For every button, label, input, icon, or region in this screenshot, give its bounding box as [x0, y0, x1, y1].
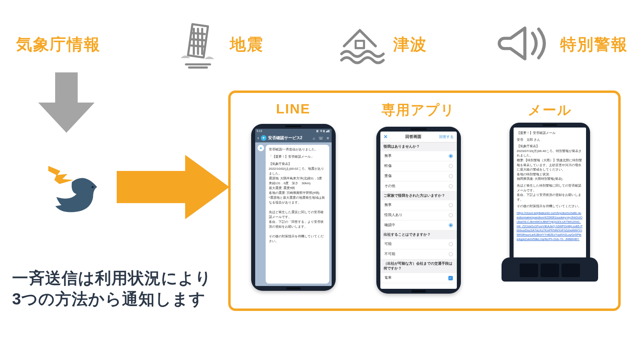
special-warning-item: 特別警報 [497, 17, 628, 71]
line-status-time: 5:13 [257, 130, 262, 133]
radio-icon [449, 223, 453, 227]
delivery-methods-box: LINE 5:13 ◧ ⚙ ▮ ◢ ▮ ‹ ✦ 安否確認サービス2 ⌕ ☏ ≡ … [228, 90, 621, 311]
svg-point-11 [92, 186, 94, 188]
jma-info: 気象庁情報 [16, 33, 101, 56]
line-status-bar: 5:13 ◧ ⚙ ▮ ◢ ▮ [255, 129, 332, 134]
megaphone-icon [497, 17, 553, 71]
radio-icon [449, 252, 453, 256]
app-q1-opt3[interactable]: その他 [380, 181, 457, 191]
col-app: 専用アプリ ✕ 回答画面 回答する 怪我はありませんか？ 無事 軽傷 重傷 その… [376, 101, 461, 294]
radio-icon [449, 184, 453, 188]
app-nav-title: 回答画面 [388, 134, 439, 140]
app-q1-opt1[interactable]: 軽傷 [380, 161, 457, 171]
app-nav: ✕ 回答画面 回答する [380, 132, 457, 142]
line-msg-body: 【気象庁発表】 2022/10/02(土)00:02ころ、地震がありました。 震… [269, 162, 326, 244]
globe-icon: ✦ [261, 135, 266, 141]
top-info-row: 気象庁情報 地震 津波 [16, 12, 628, 76]
svg-line-4 [191, 33, 205, 34]
mail-link[interactable]: https://cloud.anpikakunin.com/toyokumo/s… [517, 211, 583, 242]
col-mail: メール 【重要！】安否確認メール 安否 太郎 さん 【気象庁発表】 2023/0… [502, 101, 598, 300]
line-phone-mock: 5:13 ◧ ⚙ ▮ ◢ ▮ ‹ ✦ 安否確認サービス2 ⌕ ☏ ≡ ✦ 安否確… [251, 124, 336, 291]
col-mail-label: メール [528, 101, 572, 119]
radio-icon [449, 154, 453, 158]
jma-label: 気象庁情報 [16, 33, 101, 56]
tsunami-label: 津波 [393, 33, 427, 56]
line-nav-title: 安否確認サービス2 [268, 135, 310, 141]
line-msg-head: 安否確認/一斉送信がありました。 [269, 147, 326, 152]
earthquake-item: 地震 [170, 17, 264, 71]
mail-body2: 先ほど発生した特別警報に関しての安否確認メールです。 各自、下記より安否状況の登… [517, 183, 583, 202]
avatar-icon: ✦ [258, 145, 264, 151]
tsunami-icon [334, 17, 386, 71]
line-nav: ‹ ✦ 安否確認サービス2 ⌕ ☏ ≡ [255, 134, 332, 142]
mail-body3: その後の対策指示を待機していてください。 [517, 204, 583, 209]
line-message-bubble: 安否確認/一斉送信がありました。 「【重要！】安否確認メール」 【気象庁発表】 … [266, 145, 329, 284]
app-nav-action[interactable]: 回答する [439, 134, 454, 140]
mail-subject: 【重要！】安否確認メール [517, 131, 583, 136]
radio-icon [449, 164, 453, 168]
down-arrow-icon [38, 72, 95, 134]
svg-line-5 [191, 39, 205, 41]
mail-body1: 【気象庁発表】 2023/07/10(月)06:40ころ、特別警報が発表されまし… [517, 144, 583, 181]
radio-icon [449, 242, 453, 246]
app-q2: ご家族で怪我をされた方はいますか？ [380, 191, 457, 200]
mail-name: 安否 太郎 さん [517, 138, 583, 142]
col-line: LINE 5:13 ◧ ⚙ ▮ ◢ ▮ ‹ ✦ 安否確認サービス2 ⌕ ☏ ≡ … [251, 101, 336, 291]
mail-screen: 【重要！】安否確認メール 安否 太郎 さん 【気象庁発表】 2023/07/10… [514, 128, 586, 263]
mail-phone-mock: 【重要！】安否確認メール 安否 太郎 さん 【気象庁発表】 2023/07/10… [502, 123, 598, 300]
menu-icon[interactable]: ≡ [327, 136, 329, 140]
right-arrow-icon [117, 155, 229, 221]
bottom-caption-line1: 一斉送信は利用状況により [12, 267, 212, 288]
col-line-label: LINE [276, 101, 310, 117]
app-q3: 出社することはできますか？ [380, 230, 457, 239]
app-q1: 怪我はありませんか？ [380, 142, 457, 151]
line-chat-body: ✦ 安否確認/一斉送信がありました。 「【重要！】安否確認メール」 【気象庁発表… [255, 142, 332, 286]
line-msg-title: 「【重要！】安否確認メール」 [269, 154, 326, 159]
app-q3-opt0[interactable]: 可能 [380, 239, 457, 249]
earthquake-label: 地震 [230, 33, 264, 56]
app-q3-opt1[interactable]: 不可能 [380, 249, 457, 259]
tsunami-item: 津波 [334, 17, 427, 71]
earthquake-icon [170, 17, 223, 71]
dove-icon [44, 157, 105, 219]
app-phone-mock: ✕ 回答画面 回答する 怪我はありませんか？ 無事 軽傷 重傷 その他 ご家族で… [376, 127, 461, 294]
line-status-icons: ◧ ⚙ ▮ ◢ ▮ [316, 130, 330, 133]
check-icon: ✓ [448, 276, 453, 280]
app-q1-opt2[interactable]: 重傷 [380, 171, 457, 181]
svg-line-6 [191, 45, 205, 47]
svg-rect-9 [355, 41, 364, 48]
app-q1-opt0[interactable]: 無事 [380, 151, 457, 161]
back-icon[interactable]: ‹ [258, 135, 259, 141]
app-q4: （出社が可能な方）会社までの交通手段は何ですか？ [380, 259, 457, 273]
special-label: 特別警報 [560, 33, 628, 56]
close-icon[interactable]: ✕ [384, 134, 388, 140]
radio-icon [449, 203, 453, 207]
svg-marker-12 [117, 155, 229, 219]
radio-icon [449, 213, 453, 217]
search-icon[interactable]: ⌕ [313, 136, 315, 140]
app-q2-opt1[interactable]: 怪我人あり [380, 210, 457, 220]
bottom-caption: 一斉送信は利用状況により 3つの方法から通知します [12, 267, 212, 309]
bottom-caption-line2: 3つの方法から通知します [12, 288, 212, 309]
svg-marker-10 [38, 72, 95, 133]
app-q2-opt2[interactable]: 確認中 [380, 220, 457, 230]
col-app-label: 専用アプリ [382, 101, 455, 119]
call-icon[interactable]: ☏ [318, 136, 324, 140]
radio-icon [449, 174, 453, 178]
app-q2-opt0[interactable]: 無事 [380, 200, 457, 210]
app-q4-opt0[interactable]: 電車✓ [380, 273, 457, 283]
